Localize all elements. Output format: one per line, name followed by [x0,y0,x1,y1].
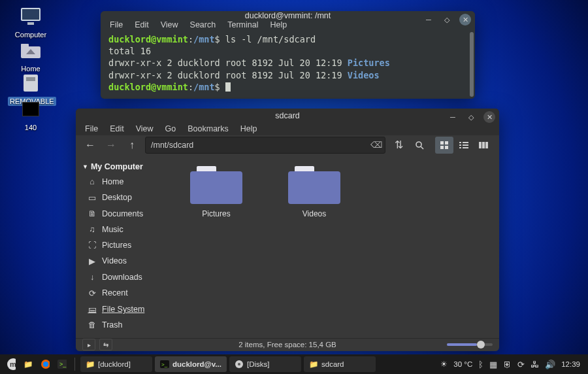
sidebar-item-downloads[interactable]: ↓Downloads [76,269,167,285]
bluetooth-icon[interactable]: ᛒ [478,360,483,369]
taskbar-window[interactable]: 📁[ducklord] [80,356,152,372]
show-places-button[interactable]: ▸ [82,339,95,350]
firefox-icon [41,360,50,369]
close-button[interactable]: ✕ [483,111,495,123]
files-icon: 📁 [86,360,95,369]
sidebar-item-pictures[interactable]: ⛶Pictures [76,237,167,253]
sidebar-header[interactable]: ▼My Computer [76,160,167,174]
terminal-titlebar[interactable]: ducklord@vmmint: /mnt ─ ◇ ✕ [101,11,475,20]
close-button[interactable]: ✕ [459,14,471,26]
svg-text:m: m [10,360,16,368]
pictures-icon: ⛶ [88,241,97,250]
music-icon: ♫ [88,225,97,234]
maximize-button[interactable]: ◇ [465,111,477,123]
menu-terminal[interactable]: Terminal [227,20,258,29]
svg-rect-21 [485,142,488,148]
svg-text:>_: >_ [59,361,67,367]
terminal-title: ducklord@vmmint: /mnt [245,11,331,20]
svg-point-31 [238,363,240,366]
sidebar-item-desktop[interactable]: ▭Desktop [76,190,167,206]
menu-file[interactable]: File [85,124,98,133]
sidebar-item-videos[interactable]: ▶Videos [76,253,167,269]
menu-go[interactable]: Go [165,124,176,133]
taskbar-window[interactable]: >_ducklord@v... [155,356,227,372]
svg-rect-16 [463,144,468,146]
folder-item[interactable]: Videos [278,166,350,326]
temperature[interactable]: 30 °C [453,360,472,368]
svg-rect-9 [440,141,444,144]
folder-item[interactable]: Pictures [180,166,252,326]
fm-content[interactable]: Pictures Videos [167,154,499,338]
treeview-button[interactable]: ⇆ [99,339,112,350]
menu-help[interactable]: Help [270,20,287,29]
svg-rect-19 [479,142,482,148]
minimize-button[interactable]: ─ [447,111,459,123]
desktop-icon-home[interactable]: Home [8,38,54,73]
terminal-body[interactable]: ducklord@vmmint:/mnt$ ls -l /mnt/sdcard … [101,29,475,99]
sidebar-item-home[interactable]: ⌂Home [76,174,167,190]
sidebar-item-music[interactable]: ♫Music [76,222,167,237]
compact-view-button[interactable] [474,137,493,154]
menu-bookmarks[interactable]: Bookmarks [188,124,229,133]
maximize-button[interactable]: ◇ [441,14,453,26]
sidebar-item-recent[interactable]: ⟳Recent [76,285,167,301]
desktop-icon-computer[interactable]: Computer [8,4,54,39]
network-icon[interactable]: 🖧 [531,360,539,369]
tray-icon[interactable]: ▦ [489,360,497,369]
cursor [225,82,231,92]
fm-titlebar[interactable]: sdcard ─ ◇ ✕ [76,109,499,122]
drive-icon [18,97,43,122]
menu-edit[interactable]: Edit [110,124,124,133]
shield-icon[interactable]: ⛨ [503,360,512,369]
sidebar-item-trash[interactable]: 🗑Trash [76,317,167,333]
sidebar-item-filesystem[interactable]: 🖴File System [76,301,167,317]
taskbar-window[interactable]: 📁sdcard [304,356,376,372]
list-view-button[interactable] [455,137,473,154]
update-icon[interactable]: ⟳ [517,360,525,369]
launcher-files[interactable]: 📁 [21,356,35,372]
zoom-slider[interactable] [447,343,493,346]
sidebar-item-documents[interactable]: 🗎Documents [76,206,167,222]
recent-icon: ⟳ [88,288,97,298]
svg-line-8 [421,146,423,149]
files-icon: 📁 [309,360,318,369]
clock[interactable]: 12:39 [561,360,580,368]
taskbar: m 📁 >_ 📁[ducklord]>_ducklord@v...[Disks]… [0,354,588,374]
menu-view[interactable]: View [136,124,154,133]
svg-rect-5 [24,75,38,92]
start-menu-button[interactable]: m [4,356,18,372]
downloads-icon: ↓ [88,273,97,282]
path-input[interactable]: /mnt/sdcard ⌫ [145,137,385,154]
videos-icon: ▶ [88,256,97,266]
view-mode-group [435,137,493,154]
svg-rect-12 [445,146,448,149]
filesystem-icon: 🖴 [88,305,97,314]
menu-view[interactable]: View [161,20,178,29]
clear-path-icon[interactable]: ⌫ [370,140,381,150]
launcher-terminal[interactable]: >_ [55,356,69,372]
menu-help[interactable]: Help [240,124,257,133]
desktop-icon-140[interactable]: 140 [8,97,54,132]
back-button[interactable]: ← [82,137,98,153]
search-button[interactable] [412,137,427,153]
forward-button[interactable]: → [103,137,119,153]
icon-view-button[interactable] [435,137,453,154]
svg-rect-6 [26,77,35,81]
menu-edit[interactable]: Edit [135,20,149,29]
weather-icon[interactable]: ☀ [440,360,448,369]
svg-rect-20 [482,142,485,148]
menu-search[interactable]: Search [190,20,216,29]
taskbar-window[interactable]: [Disks] [229,356,301,372]
system-tray: ☀ 30 °C ᛒ ▦ ⛨ ⟳ 🖧 🔊 12:39 [440,360,584,369]
menu-file[interactable]: File [110,20,123,29]
volume-icon[interactable]: 🔊 [545,360,555,369]
launcher-firefox[interactable] [38,356,52,372]
svg-rect-14 [463,142,468,143]
minimize-button[interactable]: ─ [423,14,434,26]
toggle-path-button[interactable]: ⇅ [391,137,406,153]
up-button[interactable]: ↑ [124,137,140,153]
computer-icon [18,4,43,29]
terminal-scrollbar[interactable] [470,32,474,97]
home-icon: ⌂ [88,177,97,186]
mint-icon: m [7,360,16,369]
